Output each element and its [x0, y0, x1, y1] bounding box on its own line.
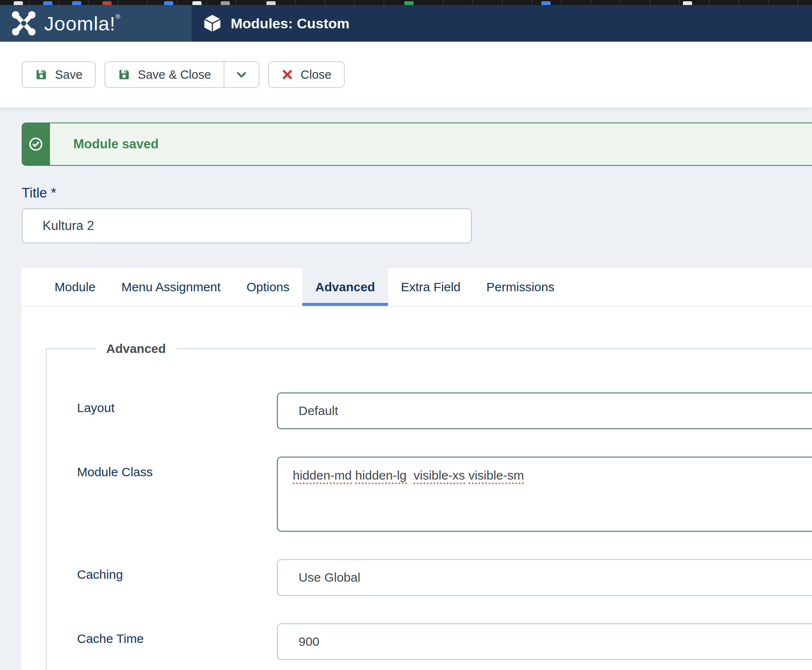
joomla-logo-icon: [11, 10, 37, 37]
layout-select[interactable]: Default: [277, 392, 812, 429]
check-circle-icon: [28, 137, 43, 152]
page-body: Module saved Title * Module Menu Assignm…: [0, 122, 812, 670]
brand-wordmark: Joomla!®: [44, 12, 122, 35]
browser-favicon: [72, 1, 81, 5]
caching-select-value: Use Global: [299, 570, 360, 585]
browser-favicon: [267, 1, 276, 5]
layout-select-value: Default: [299, 404, 338, 418]
success-alert: Module saved: [22, 122, 812, 166]
joomla-brand[interactable]: Joomla!®: [0, 5, 192, 42]
save-close-button-group: Save & Close: [105, 61, 259, 88]
app-header: Joomla!® Modules: Custom: [0, 5, 812, 42]
close-x-icon: [281, 69, 293, 80]
cache-time-label: Cache Time: [77, 623, 277, 660]
browser-favicon: [404, 1, 413, 5]
misspelled-token: visible-sm: [468, 468, 524, 484]
save-icon: [118, 68, 130, 81]
browser-tab-strip: [0, 0, 812, 5]
browser-favicon: [43, 1, 52, 5]
layout-row: Layout Default: [77, 392, 812, 429]
browser-favicon: [102, 1, 112, 5]
browser-favicon: [164, 1, 173, 5]
tab-options[interactable]: Options: [234, 268, 302, 306]
caching-select[interactable]: Use Global: [277, 559, 812, 596]
browser-favicon: [192, 1, 202, 5]
browser-favicon: [683, 1, 692, 5]
caching-row: Caching Use Global: [77, 559, 812, 596]
save-button-label: Save: [55, 68, 82, 82]
save-close-button-label: Save & Close: [138, 68, 211, 82]
module-class-row: Module Class hidden-md hidden-lg visible…: [77, 457, 812, 532]
module-class-textarea[interactable]: hidden-md hidden-lg visible-xs visible-s…: [277, 457, 812, 532]
save-icon: [35, 68, 47, 81]
caching-label: Caching: [77, 559, 277, 596]
tab-card: Module Menu Assignment Options Advanced …: [22, 268, 812, 670]
misspelled-token: hidden-lg: [355, 468, 406, 484]
tab-bar: Module Menu Assignment Options Advanced …: [22, 268, 812, 307]
module-cube-icon: [203, 14, 222, 32]
browser-favicon: [14, 1, 23, 5]
browser-favicon: [541, 1, 550, 5]
layout-label: Layout: [77, 392, 277, 429]
tab-permissions[interactable]: Permissions: [473, 268, 567, 306]
save-button[interactable]: Save: [22, 61, 96, 88]
advanced-fieldset: Advanced Layout Default Module Class hid…: [46, 342, 812, 670]
tab-content-advanced: Advanced Layout Default Module Class hid…: [22, 307, 812, 670]
advanced-legend: Advanced: [95, 342, 177, 356]
alert-message: Module saved: [50, 122, 812, 166]
misspelled-token: hidden-md: [293, 468, 352, 484]
tab-menu-assignment[interactable]: Menu Assignment: [108, 268, 233, 306]
cache-time-row: Cache Time: [77, 623, 812, 660]
cache-time-input[interactable]: [277, 623, 812, 660]
tab-module[interactable]: Module: [42, 268, 108, 306]
alert-icon-block: [22, 122, 50, 166]
toolbar: Save Save & Close Close: [0, 42, 812, 108]
tab-extra-field[interactable]: Extra Field: [388, 268, 473, 306]
page-heading: Modules: Custom: [192, 5, 349, 42]
close-button-label: Close: [301, 68, 331, 82]
title-input[interactable]: [22, 208, 472, 243]
module-class-label: Module Class: [77, 457, 277, 532]
browser-favicon: [221, 1, 230, 5]
registered-mark: ®: [116, 13, 121, 20]
misspelled-token: visible-xs: [413, 468, 465, 484]
tab-advanced[interactable]: Advanced: [302, 268, 388, 306]
page-title: Modules: Custom: [231, 15, 349, 32]
save-close-caret-button[interactable]: [224, 61, 259, 88]
save-close-button[interactable]: Save & Close: [105, 61, 224, 88]
close-button[interactable]: Close: [268, 61, 345, 88]
title-label: Title *: [22, 185, 812, 201]
chevron-down-icon: [235, 68, 248, 81]
